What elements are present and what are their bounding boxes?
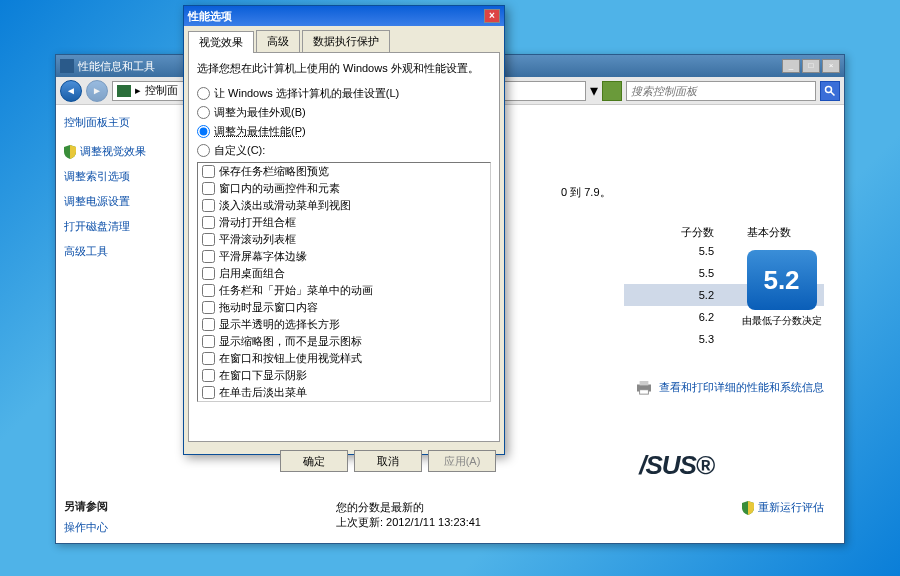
sidebar-item-0[interactable]: 调整视觉效果 — [64, 144, 173, 159]
checkbox-input[interactable] — [202, 352, 215, 365]
radio-option-1[interactable]: 调整为最佳外观(B) — [197, 105, 491, 120]
dialog-tabs: 视觉效果高级数据执行保护 — [184, 26, 504, 52]
window-icon — [60, 59, 74, 73]
shield-icon — [742, 501, 754, 515]
check-item-6[interactable]: 启用桌面组合 — [198, 265, 490, 282]
maximize-button[interactable]: □ — [802, 59, 820, 73]
radio-option-0[interactable]: 让 Windows 选择计算机的最佳设置(L) — [197, 86, 491, 101]
check-item-0[interactable]: 保存任务栏缩略图预览 — [198, 163, 490, 180]
checkbox-input[interactable] — [202, 369, 215, 382]
control-panel-home-link[interactable]: 控制面板主页 — [64, 115, 173, 130]
check-item-5[interactable]: 平滑屏幕字体边缘 — [198, 248, 490, 265]
sidebar-item-4[interactable]: 高级工具 — [64, 244, 173, 259]
monitor-icon — [117, 85, 131, 97]
base-score-value: 5.2 — [747, 250, 817, 310]
subscore-value: 5.5 — [624, 245, 714, 257]
dialog-titlebar: 性能选项 × — [184, 6, 504, 26]
breadcrumb-text: 控制面 — [145, 83, 178, 98]
radio-option-2[interactable]: 调整为最佳性能(P) — [197, 124, 491, 139]
rerun-assessment-link[interactable]: 重新运行评估 — [742, 500, 824, 515]
visual-effects-panel: 选择您想在此计算机上使用的 Windows 外观和性能设置。 让 Windows… — [188, 52, 500, 442]
svg-line-1 — [831, 91, 835, 95]
checkbox-input[interactable] — [202, 199, 215, 212]
also-see-action-center[interactable]: 操作中心 — [64, 520, 173, 535]
address-dropdown[interactable]: ▾ — [590, 81, 598, 100]
checkbox-input[interactable] — [202, 386, 215, 399]
subscore-value: 5.2 — [624, 289, 714, 301]
dialog-buttons: 确定 取消 应用(A) — [184, 446, 504, 476]
subscore-value: 6.2 — [624, 311, 714, 323]
base-score-badge: 5.2 由最低子分数决定 — [739, 250, 824, 335]
check-item-7[interactable]: 任务栏和「开始」菜单中的动画 — [198, 282, 490, 299]
sidebar-item-2[interactable]: 调整电源设置 — [64, 194, 173, 209]
cancel-button[interactable]: 取消 — [354, 450, 422, 472]
search-input[interactable] — [626, 81, 816, 101]
checkbox-input[interactable] — [202, 301, 215, 314]
check-item-13[interactable]: 在单击后淡出菜单 — [198, 384, 490, 401]
window-title: 性能信息和工具 — [78, 59, 155, 74]
checkbox-input[interactable] — [202, 216, 215, 229]
shield-icon — [64, 145, 76, 159]
sidebar-item-1[interactable]: 调整索引选项 — [64, 169, 173, 184]
radio-option-3[interactable]: 自定义(C): — [197, 143, 491, 158]
sidebar-item-3[interactable]: 打开磁盘清理 — [64, 219, 173, 234]
subscore-value: 5.5 — [624, 267, 714, 279]
search-button[interactable] — [820, 81, 840, 101]
check-item-12[interactable]: 在窗口下显示阴影 — [198, 367, 490, 384]
asus-logo: /SUS® — [639, 450, 714, 481]
also-see-label: 另请参阅 — [64, 499, 173, 514]
tab-0[interactable]: 视觉效果 — [188, 31, 254, 53]
close-button[interactable]: × — [822, 59, 840, 73]
check-item-10[interactable]: 显示缩略图，而不是显示图标 — [198, 333, 490, 350]
check-item-9[interactable]: 显示半透明的选择长方形 — [198, 316, 490, 333]
dialog-close-button[interactable]: × — [484, 9, 500, 23]
radio-input[interactable] — [197, 106, 210, 119]
check-item-11[interactable]: 在窗口和按钮上使用视觉样式 — [198, 350, 490, 367]
performance-options-dialog: 性能选项 × 视觉效果高级数据执行保护 选择您想在此计算机上使用的 Window… — [183, 5, 505, 455]
ok-button[interactable]: 确定 — [280, 450, 348, 472]
subscore-value: 5.3 — [624, 333, 714, 345]
view-print-link[interactable]: 查看和打印详细的性能和系统信息 — [635, 380, 824, 395]
checkbox-input[interactable] — [202, 233, 215, 246]
checkbox-input[interactable] — [202, 165, 215, 178]
svg-rect-3 — [640, 381, 649, 385]
check-item-4[interactable]: 平滑滚动列表框 — [198, 231, 490, 248]
effects-checklist[interactable]: 保存任务栏缩略图预览窗口内的动画控件和元素淡入淡出或滑动菜单到视图滑动打开组合框… — [197, 162, 491, 402]
radio-input[interactable] — [197, 87, 210, 100]
forward-button[interactable]: ► — [86, 80, 108, 102]
radio-group: 让 Windows 选择计算机的最佳设置(L)调整为最佳外观(B)调整为最佳性能… — [197, 86, 491, 158]
svg-rect-4 — [640, 389, 649, 393]
status-text: 您的分数是最新的 上次更新: 2012/1/11 13:23:41 — [336, 500, 481, 530]
checkbox-input[interactable] — [202, 267, 215, 280]
dialog-title: 性能选项 — [188, 9, 232, 24]
check-item-1[interactable]: 窗口内的动画控件和元素 — [198, 180, 490, 197]
printer-icon — [635, 381, 653, 395]
checkbox-input[interactable] — [202, 182, 215, 195]
checkbox-input[interactable] — [202, 318, 215, 331]
sidebar: 控制面板主页 调整视觉效果调整索引选项调整电源设置打开磁盘清理高级工具 另请参阅… — [56, 105, 181, 543]
check-item-2[interactable]: 淡入淡出或滑动菜单到视图 — [198, 197, 490, 214]
basescore-header: 基本分数 — [714, 225, 824, 240]
minimize-button[interactable]: _ — [782, 59, 800, 73]
dialog-instruction: 选择您想在此计算机上使用的 Windows 外观和性能设置。 — [197, 61, 491, 76]
range-text: 0 到 7.9。 — [561, 185, 611, 200]
refresh-button[interactable] — [602, 81, 622, 101]
check-item-8[interactable]: 拖动时显示窗口内容 — [198, 299, 490, 316]
tab-2[interactable]: 数据执行保护 — [302, 30, 390, 52]
check-item-14[interactable]: 在视图中淡入淡出或滑动工具条提示 — [198, 401, 490, 402]
search-icon — [824, 85, 836, 97]
radio-input[interactable] — [197, 144, 210, 157]
back-button[interactable]: ◄ — [60, 80, 82, 102]
svg-point-0 — [826, 86, 832, 92]
checkbox-input[interactable] — [202, 335, 215, 348]
apply-button[interactable]: 应用(A) — [428, 450, 496, 472]
subscore-header: 子分数 — [624, 225, 714, 240]
check-item-3[interactable]: 滑动打开组合框 — [198, 214, 490, 231]
tab-1[interactable]: 高级 — [256, 30, 300, 52]
radio-input[interactable] — [197, 125, 210, 138]
checkbox-input[interactable] — [202, 250, 215, 263]
base-score-caption: 由最低子分数决定 — [739, 314, 824, 328]
checkbox-input[interactable] — [202, 284, 215, 297]
